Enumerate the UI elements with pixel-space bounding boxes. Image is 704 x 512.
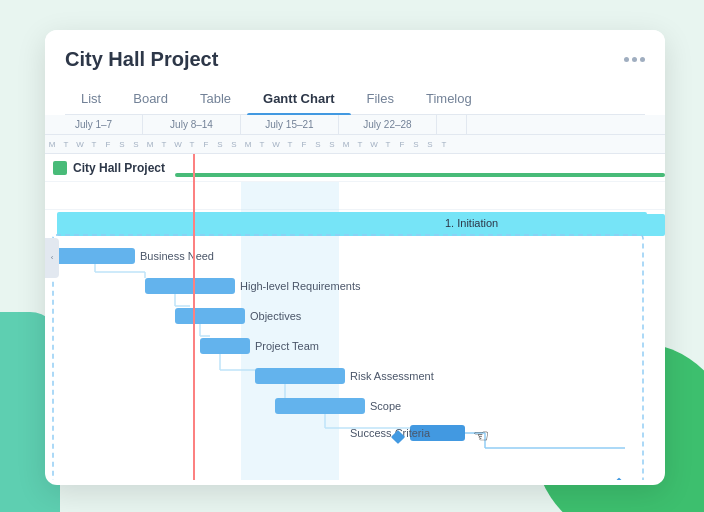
more-menu-button[interactable] — [624, 57, 645, 62]
collapse-handle[interactable]: ‹ — [45, 238, 59, 278]
day-W2: W — [171, 135, 185, 153]
dot2 — [632, 57, 637, 62]
collapse-arrow: ‹ — [51, 253, 54, 262]
tab-list[interactable]: List — [65, 83, 117, 114]
task-label-high-level: High-level Requirements — [240, 280, 361, 292]
date-ranges-row: July 1–7 July 8–14 July 15–21 July 22–28 — [45, 115, 665, 135]
day-T7: T — [353, 135, 367, 153]
day-S5: S — [311, 135, 325, 153]
gantt-header: July 1–7 July 8–14 July 15–21 July 22–28… — [45, 115, 665, 154]
task-label-scope: Scope — [370, 400, 401, 412]
date-range-jul8: July 8–14 — [143, 115, 241, 134]
main-card: City Hall Project List Board Table Gantt… — [45, 30, 665, 485]
milestone-diamond — [611, 478, 628, 480]
day-F3: F — [297, 135, 311, 153]
initiation-text: 1. Initiation — [445, 217, 498, 229]
project-progress-bar — [175, 173, 665, 177]
tab-files[interactable]: Files — [351, 83, 410, 114]
gantt-body: City Hall Project 1. Initiation 1. Initi… — [45, 154, 665, 480]
day-T6: T — [283, 135, 297, 153]
project-header-row: City Hall Project — [45, 154, 665, 182]
day-F2: F — [199, 135, 213, 153]
task-label-risk-assessment: Risk Assessment — [350, 370, 434, 382]
task-bar-objectives[interactable] — [175, 308, 245, 324]
task-bar-scope[interactable] — [275, 398, 365, 414]
day-M2: M — [143, 135, 157, 153]
project-label: City Hall Project — [73, 161, 165, 175]
task-bar-high-level[interactable] — [145, 278, 235, 294]
days-row: M T W T F S S M T W T F S S M T W — [45, 135, 665, 153]
tab-board[interactable]: Board — [117, 83, 184, 114]
task-bar-project-team[interactable] — [200, 338, 250, 354]
dot1 — [624, 57, 629, 62]
day-W3: W — [269, 135, 283, 153]
current-date-line — [193, 154, 195, 480]
day-S7: S — [409, 135, 423, 153]
initiation-rect — [57, 212, 647, 234]
date-range-extra — [437, 115, 467, 134]
day-M1: M — [45, 135, 59, 153]
title-row: City Hall Project — [65, 48, 645, 71]
dot3 — [640, 57, 645, 62]
cursor-icon: ☜ — [473, 426, 489, 446]
day-S3: S — [213, 135, 227, 153]
day-S4: S — [227, 135, 241, 153]
day-W1: W — [73, 135, 87, 153]
card-header: City Hall Project List Board Table Gantt… — [45, 30, 665, 115]
task-bar-risk-assessment[interactable] — [255, 368, 345, 384]
nav-tabs: List Board Table Gantt Chart Files Timel… — [65, 83, 645, 115]
day-M4: M — [339, 135, 353, 153]
tab-table[interactable]: Table — [184, 83, 247, 114]
task-label-business-need: Business Need — [140, 250, 214, 262]
day-S1: S — [115, 135, 129, 153]
project-icon — [53, 161, 67, 175]
day-T8: T — [381, 135, 395, 153]
day-T9: T — [437, 135, 451, 153]
day-T5: T — [255, 135, 269, 153]
date-range-jul22: July 22–28 — [339, 115, 437, 134]
gantt-svg: 1. Initiation Business Need High-level R… — [45, 210, 665, 480]
card-title: City Hall Project — [65, 48, 218, 71]
task-label-objectives: Objectives — [250, 310, 302, 322]
tab-timelog[interactable]: Timelog — [410, 83, 488, 114]
tab-gantt[interactable]: Gantt Chart — [247, 83, 351, 114]
gantt-area: ‹ July 1–7 July 8–14 July 15–21 July 22–… — [45, 115, 665, 480]
date-range-jul15: July 15–21 — [241, 115, 339, 134]
day-T4: T — [185, 135, 199, 153]
day-S8: S — [423, 135, 437, 153]
day-F1: F — [101, 135, 115, 153]
date-range-jul1: July 1–7 — [45, 115, 143, 134]
day-T1: T — [59, 135, 73, 153]
day-F4: F — [395, 135, 409, 153]
task-bar-business-need[interactable] — [55, 248, 135, 264]
day-T2: T — [87, 135, 101, 153]
day-S2: S — [129, 135, 143, 153]
initiation-row: 1. Initiation — [45, 182, 665, 210]
task-label-success-criteria: Success Criteria — [350, 427, 431, 439]
gantt-right: July 1–7 July 8–14 July 15–21 July 22–28… — [45, 115, 665, 480]
task-label-project-team: Project Team — [255, 340, 319, 352]
day-T3: T — [157, 135, 171, 153]
day-W4: W — [367, 135, 381, 153]
day-M3: M — [241, 135, 255, 153]
day-S6: S — [325, 135, 339, 153]
